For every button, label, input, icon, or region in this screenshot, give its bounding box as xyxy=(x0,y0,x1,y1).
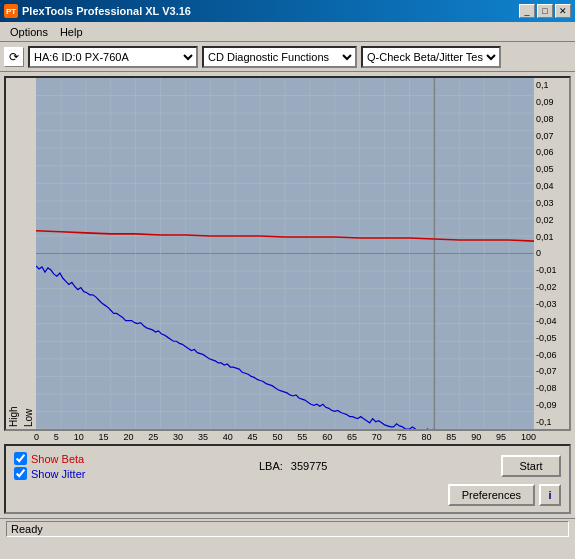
main-content: High Low xyxy=(0,72,575,518)
window-title: PlexTools Professional XL V3.16 xyxy=(22,5,191,17)
status-panel: Ready xyxy=(6,521,569,537)
lba-label: LBA: xyxy=(259,460,283,472)
lba-value: 359775 xyxy=(291,460,328,472)
function-select[interactable]: CD Diagnostic Functions xyxy=(202,46,357,68)
top-controls-row: Show Beta Show Jitter LBA: 359775 Start xyxy=(14,452,561,480)
menu-bar: Options Help xyxy=(0,22,575,42)
chart-plot-area xyxy=(36,78,534,429)
toolbar: ⟳ HA:6 ID:0 PX-760A CD Diagnostic Functi… xyxy=(0,42,575,72)
chart-section: High Low xyxy=(4,76,571,442)
y-low-label: Low xyxy=(23,80,34,427)
preferences-button[interactable]: Preferences xyxy=(448,484,535,506)
lba-section: LBA: 359775 xyxy=(259,460,328,472)
show-jitter-checkbox[interactable] xyxy=(14,467,27,480)
close-button[interactable]: ✕ xyxy=(555,4,571,18)
title-bar-buttons: _ □ ✕ xyxy=(519,4,571,18)
status-text: Ready xyxy=(11,523,43,535)
chart-svg xyxy=(36,78,534,429)
show-beta-row: Show Beta xyxy=(14,452,85,465)
info-button[interactable]: i xyxy=(539,484,561,506)
y-high-label: High xyxy=(8,80,19,427)
start-button[interactable]: Start xyxy=(501,455,561,477)
bottom-panel: Show Beta Show Jitter LBA: 359775 Start … xyxy=(4,444,571,514)
drive-icon: ⟳ xyxy=(4,47,24,67)
status-bar: Ready xyxy=(0,518,575,538)
x-axis-labels: 0 5 10 15 20 25 30 35 40 45 50 55 60 65 … xyxy=(4,432,571,442)
checkboxes: Show Beta Show Jitter xyxy=(14,452,85,480)
minimize-button[interactable]: _ xyxy=(519,4,535,18)
show-jitter-label: Show Jitter xyxy=(31,468,85,480)
drive-select[interactable]: HA:6 ID:0 PX-760A xyxy=(28,46,198,68)
show-beta-checkbox[interactable] xyxy=(14,452,27,465)
jitter-line xyxy=(36,266,433,429)
menu-options[interactable]: Options xyxy=(4,24,54,40)
show-jitter-row: Show Jitter xyxy=(14,467,85,480)
chart-container: High Low xyxy=(4,76,571,431)
y-axis-right: 0,1 0,09 0,08 0,07 0,06 0,05 0,04 0,03 0… xyxy=(534,78,569,429)
menu-help[interactable]: Help xyxy=(54,24,89,40)
show-beta-label: Show Beta xyxy=(31,453,84,465)
title-bar: PT PlexTools Professional XL V3.16 _ □ ✕ xyxy=(0,0,575,22)
test-select[interactable]: Q-Check Beta/Jitter Test xyxy=(361,46,501,68)
bottom-controls-row: Preferences i xyxy=(14,484,561,506)
maximize-button[interactable]: □ xyxy=(537,4,553,18)
y-axis-left: High Low xyxy=(6,78,36,429)
app-icon: PT xyxy=(4,4,18,18)
